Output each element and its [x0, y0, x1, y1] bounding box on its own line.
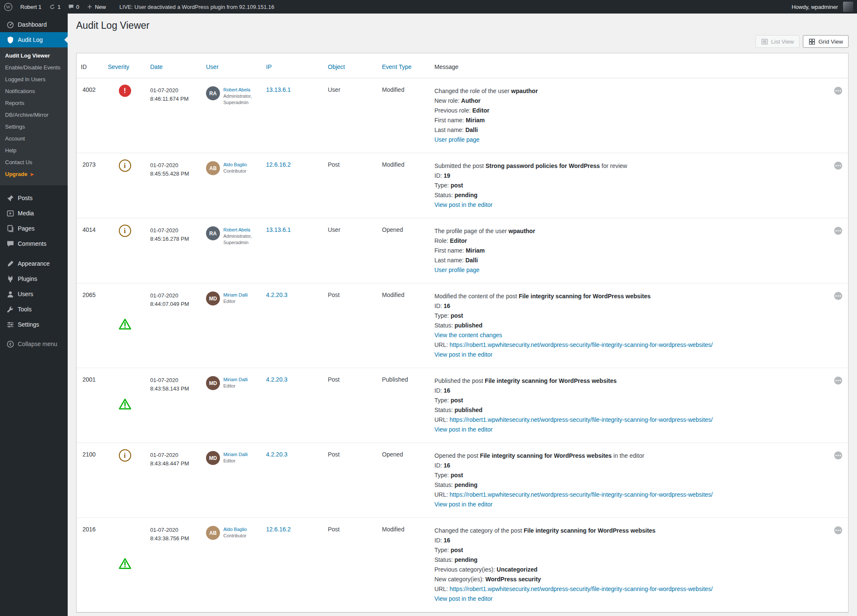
- row-options-button[interactable]: [834, 227, 842, 235]
- message-link[interactable]: https://robert1.wpwhitesecurity.net/word…: [450, 416, 713, 423]
- sidebar-subitem-settings[interactable]: Settings: [0, 121, 68, 133]
- sidebar-item-media[interactable]: Media: [0, 206, 68, 221]
- new-content-button[interactable]: New: [83, 0, 110, 14]
- sidebar-subitem-upgrade[interactable]: Upgrade➤: [0, 168, 68, 180]
- sidebar-item-tools[interactable]: Tools: [0, 302, 68, 317]
- low-severity-icon: [118, 289, 132, 360]
- event-type: Modified: [378, 78, 430, 153]
- user-link[interactable]: Aldo Baglio: [223, 526, 247, 533]
- sidebar-item-posts[interactable]: Posts: [0, 190, 68, 206]
- row-options-button[interactable]: [834, 162, 842, 170]
- ip-link[interactable]: 4.2.20.3: [266, 376, 288, 383]
- ip-link[interactable]: 12.6.16.2: [266, 526, 291, 533]
- event-type: Modified: [378, 153, 430, 218]
- row-options-button[interactable]: [834, 377, 842, 385]
- message-line: New role: Author: [434, 96, 824, 106]
- user-roles: Editor: [223, 383, 247, 389]
- sidebar-item-appearance[interactable]: Appearance: [0, 256, 68, 271]
- message-link[interactable]: User profile page: [434, 267, 480, 273]
- sidebar-item-comments[interactable]: Comments: [0, 236, 68, 251]
- message-link[interactable]: View post in the editor: [434, 351, 493, 358]
- message-link[interactable]: View post in the editor: [434, 595, 493, 602]
- updates-indicator[interactable]: 1: [45, 0, 64, 14]
- user-link[interactable]: Miriam Dalli: [223, 292, 247, 298]
- row-options-button[interactable]: [834, 292, 842, 300]
- ip-link[interactable]: 4.2.20.3: [266, 451, 288, 458]
- sidebar-item-plugins[interactable]: Plugins: [0, 271, 68, 286]
- message-line: Role: Editor: [434, 236, 824, 246]
- ip-link[interactable]: 13.13.6.1: [266, 86, 291, 93]
- user-link[interactable]: Miriam Dalli: [223, 451, 247, 458]
- message-link[interactable]: View post in the editor: [434, 426, 493, 433]
- grid-view-button[interactable]: Grid View: [803, 35, 849, 48]
- sidebar-subitem-contact-us[interactable]: Contact Us: [0, 157, 68, 168]
- time-value: 8:43:48.447 PM: [150, 459, 198, 468]
- column-header-object[interactable]: Object: [324, 53, 378, 78]
- row-options-button[interactable]: [834, 87, 842, 95]
- message-link[interactable]: https://robert1.wpwhitesecurity.net/word…: [450, 341, 713, 348]
- sidebar-subitem-logged-in-users[interactable]: Logged In Users: [0, 74, 68, 85]
- event-message: Modified the content of the post File in…: [430, 283, 829, 368]
- date-value: 01-07-2020: [150, 526, 198, 534]
- message-link[interactable]: View the content changes: [434, 332, 502, 338]
- column-header-ip[interactable]: IP: [262, 53, 324, 78]
- column-header-id: ID: [77, 53, 104, 78]
- user-link[interactable]: Robert Abela: [223, 87, 252, 93]
- message-line: Status: pending: [434, 480, 824, 490]
- ip-link[interactable]: 4.2.20.3: [266, 292, 288, 298]
- message-line: Last name: Dalli: [434, 256, 824, 265]
- message-link[interactable]: https://robert1.wpwhitesecurity.net/word…: [450, 491, 713, 498]
- sidebar-subitem-db-archive-mirror[interactable]: DB/Archive/Mirror: [0, 109, 68, 121]
- info-severity-icon: i: [119, 449, 131, 462]
- sidebar-subitem-help[interactable]: Help: [0, 145, 68, 157]
- message-link[interactable]: View post in the editor: [434, 201, 493, 208]
- shield-icon: [6, 36, 14, 44]
- message-link[interactable]: User profile page: [434, 136, 480, 143]
- message-line: The profile page of the user wpauthor: [434, 226, 824, 236]
- row-options-button[interactable]: [834, 526, 842, 534]
- user-link[interactable]: Miriam Dalli: [223, 377, 247, 383]
- row-options-button[interactable]: [834, 451, 842, 459]
- column-header-severity[interactable]: Severity: [104, 53, 146, 78]
- table-row: 2001 01-07-2020 8:43:58.143 PM MD Miriam…: [77, 368, 848, 443]
- sidebar-subitem-reports[interactable]: Reports: [0, 97, 68, 109]
- message-line: Status: pending: [434, 555, 824, 565]
- message-line: Changed the role of the user wpauthor: [434, 86, 824, 96]
- sidebar-item-label: Settings: [18, 321, 39, 328]
- table-row: 2016 01-07-2020 8:43:38.756 PM AB Aldo B…: [77, 518, 848, 612]
- sidebar-item-pages[interactable]: Pages: [0, 221, 68, 236]
- admin-bar: W Robert 1 1 0 New LIVE: User deactivate…: [0, 0, 857, 14]
- wordpress-logo-icon[interactable]: W: [0, 0, 16, 14]
- sidebar-subitem-account[interactable]: Account: [0, 133, 68, 145]
- list-view-button[interactable]: List View: [755, 35, 799, 48]
- column-header-event-type[interactable]: Event Type: [378, 53, 430, 78]
- user-link[interactable]: Robert Abela: [223, 227, 252, 233]
- message-link[interactable]: https://robert1.wpwhitesecurity.net/word…: [450, 586, 713, 592]
- event-date: 01-07-2020 8:45:55.428 PM: [146, 153, 202, 218]
- message-line: Status: published: [434, 405, 824, 415]
- date-value: 01-07-2020: [150, 376, 198, 385]
- event-date: 01-07-2020 8:44:07.049 PM: [146, 283, 202, 368]
- sidebar-subitem-notifications[interactable]: Notifications: [0, 85, 68, 97]
- plug-icon: [6, 275, 14, 283]
- site-name[interactable]: Robert 1: [16, 0, 45, 14]
- message-link[interactable]: View post in the editor: [434, 501, 493, 508]
- ip-link[interactable]: 12.6.16.2: [266, 161, 291, 168]
- list-view-icon: [761, 38, 768, 45]
- user-link[interactable]: Aldo Baglio: [223, 162, 247, 168]
- admin-sidebar: DashboardAudit LogAudit Log ViewerEnable…: [0, 14, 68, 616]
- account-menu[interactable]: Howdy, wpadminer: [788, 0, 857, 14]
- event-date: 01-07-2020 8:43:58.143 PM: [146, 368, 202, 443]
- column-header-date[interactable]: Date: [146, 53, 202, 78]
- comments-indicator[interactable]: 0: [64, 0, 83, 14]
- sidebar-subitem-enable-disable-events[interactable]: Enable/Disable Events: [0, 62, 68, 74]
- sidebar-subitem-audit-log-viewer[interactable]: Audit Log Viewer: [0, 50, 68, 62]
- sidebar-item-dashboard[interactable]: Dashboard: [0, 17, 68, 32]
- sidebar-item-settings[interactable]: Settings: [0, 317, 68, 332]
- sidebar-item-audit-log[interactable]: Audit Log: [0, 32, 68, 47]
- ip-link[interactable]: 13.13.6.1: [266, 226, 291, 233]
- message-line: Type: post: [434, 470, 824, 480]
- sidebar-item-collapse-menu[interactable]: Collapse menu: [0, 336, 68, 352]
- sidebar-item-users[interactable]: Users: [0, 286, 68, 302]
- column-header-user[interactable]: User: [202, 53, 262, 78]
